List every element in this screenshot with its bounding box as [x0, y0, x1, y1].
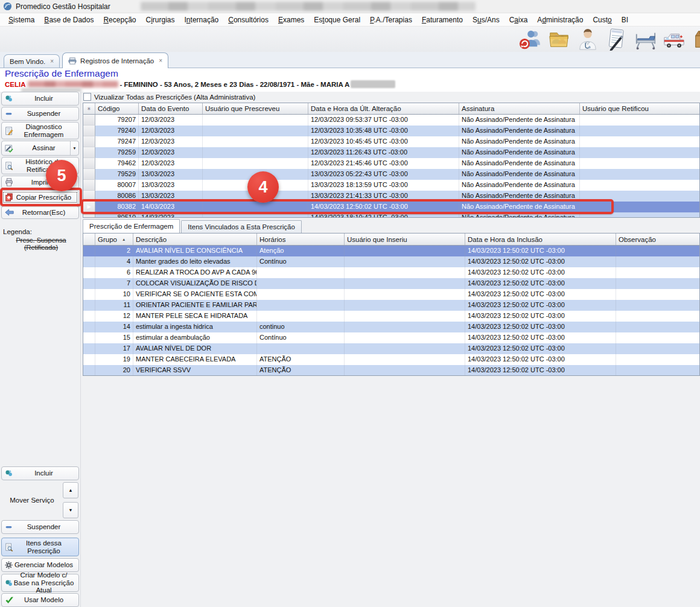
app-logo-icon [3, 2, 12, 11]
cell [257, 278, 345, 289]
table-row-20[interactable]: 20VERIFICAR SSVVATENÇÃO14/03/2023 12:50:… [83, 365, 699, 376]
column-header-usuario-que-inseriu[interactable]: Usuário que Inseriu [345, 234, 465, 245]
column-header-descricao[interactable]: Descrição [133, 234, 257, 245]
table-row-19[interactable]: 19MANTER CABECEIRA ELEVADAATENÇÃO14/03/2… [83, 354, 699, 365]
menu-item-internacao[interactable]: Internação [180, 14, 224, 26]
menu-item-sistema[interactable]: Sistema [4, 14, 39, 26]
incluir-button[interactable]: Incluir [1, 92, 79, 106]
tab-bem-vindo[interactable]: Bem Vindo.× [4, 54, 60, 68]
cell: 79207 [95, 115, 139, 126]
table-row-17[interactable]: 17AVALIAR NÍVEL DE DOR14/03/2023 12:50:0… [83, 343, 699, 354]
column-header-data-e-hora-da-inclusao[interactable]: Data e Hora da Inclusão [465, 234, 616, 245]
cell: Não Assinado/Pendente de Assinatura [459, 180, 580, 191]
table-row-2[interactable]: 2AVALIAR NÍVEL DE CONSCIÊNCIAAtenção14/0… [83, 246, 699, 256]
cell [345, 332, 465, 343]
menu-item-custo[interactable]: Custo [588, 14, 616, 26]
gerenciar-modelos-button[interactable]: Gerenciar Modelos [1, 558, 79, 572]
supplies-box-toolbar-button[interactable] [692, 28, 700, 51]
tab-registros-de-internacao[interactable]: Registros de Internação× [62, 52, 168, 68]
move-up-button[interactable]: ▲ [63, 482, 78, 498]
table-row-12[interactable]: 12MANTER PELE SECA E HIDRATADA14/03/2023… [83, 311, 699, 322]
add-icon [5, 579, 13, 587]
cell: 10 [95, 289, 133, 300]
table-row-14[interactable]: 14estimular a ingesta hidricacontinuo14/… [83, 322, 699, 332]
table-row-79207[interactable]: 7920712/03/202312/03/2023 09:53:37 UTC -… [83, 115, 699, 126]
cell: Não Assinado/Pendente de Assinatura [459, 136, 580, 147]
subtab-itens-vinculados-a-esta-prescricao[interactable]: Itens Vinculados a Esta Prescrição [181, 220, 302, 233]
cell [616, 322, 700, 332]
menu-item-bi[interactable]: BI [617, 14, 633, 26]
column-header-data-e-hora-da-ult-alteracao[interactable]: Data e Hora da Últ. Alteração [308, 103, 459, 114]
grid-header: Grupo▲DescriçãoHoráriosUsuário que Inser… [83, 234, 699, 246]
view-all-prescriptions-checkbox[interactable] [83, 93, 91, 101]
move-down-button[interactable]: ▼ [63, 502, 78, 518]
patient-details: - FEMININO - 53 Anos, 2 Meses e 23 Dias … [120, 81, 350, 88]
column-header-usuario-que-retificou[interactable]: Usuário que Retificou [580, 103, 700, 114]
row-selector [83, 289, 95, 300]
column-header-horarios[interactable]: Horários [257, 234, 345, 245]
table-row-11[interactable]: 11ORIENTAR PACIENTE E FAMILIAR PARA14/03… [83, 300, 699, 311]
cell: ATENÇÃO [257, 365, 345, 376]
itens-dessa-prescricao-button[interactable]: Itens dessa Prescrição [1, 538, 79, 556]
column-header-observacao[interactable]: Observação [616, 234, 700, 245]
dropdown-arrow-icon[interactable]: ▼ [70, 141, 78, 155]
ambulance-icon [663, 28, 686, 51]
usar-modelo-button[interactable]: Usar Modelo [1, 593, 79, 607]
table-row-79247[interactable]: 7924712/03/202312/03/2023 10:45:45 UTC -… [83, 136, 699, 147]
suspender-button[interactable]: Suspender [1, 107, 79, 121]
column-header-usuario-que-prescreveu[interactable]: Usuário que Prescreveu [203, 103, 308, 114]
column-header-data-do-evento[interactable]: Data do Evento [139, 103, 203, 114]
menu-item-administracao[interactable]: Administração [532, 14, 588, 26]
table-row-7[interactable]: 7COLOCAR VISUALIZAÇÃO DE RISCO DE14/03/2… [83, 278, 699, 289]
table-row-6[interactable]: 6REALIZAR A TROCA DO AVP A CADA 9614/03/… [83, 267, 699, 278]
sort-ascending-icon: ▲ [122, 237, 126, 241]
menu-item-caixa[interactable]: Caixa [504, 14, 533, 26]
diagnostico-enfermagem-button[interactable]: Diagnostico Enfermagem [1, 122, 79, 139]
button-label: Retornar(Esc) [11, 209, 69, 217]
menu-item-faturamento[interactable]: Faturamento [417, 14, 468, 26]
title-bar: Promedico Gestão Hospitalar [0, 0, 700, 13]
table-row-79259[interactable]: 7925912/03/202312/03/2023 11:26:43 UTC -… [83, 147, 699, 158]
menu-item-cirurgias[interactable]: Cirurgias [141, 14, 179, 26]
row-selector [83, 300, 95, 311]
cell: 15 [95, 332, 133, 343]
suspender-button[interactable]: Suspender [1, 520, 79, 534]
table-row-10[interactable]: 10VERIFICAR SE O PACIENTE ESTA COM P14/0… [83, 289, 699, 300]
add-icon [5, 95, 13, 103]
column-header-codigo[interactable]: Código [95, 103, 139, 114]
column-header-assinatura[interactable]: Assinatura [459, 103, 580, 114]
cell [345, 354, 465, 365]
users-sync-toolbar-button[interactable] [518, 28, 542, 51]
table-row-80007[interactable]: 8000713/03/202313/03/2023 18:13:59 UTC -… [83, 180, 699, 191]
menu-item-recepcao[interactable]: Recepção [98, 14, 141, 26]
cell [345, 365, 465, 376]
criar-modelo-c-base-na-prescricao-atual-button[interactable]: Criar Modelo c/ Base na Prescrição Atual [1, 574, 79, 592]
menu-item-base-de-dados[interactable]: Base de Dados [39, 14, 98, 26]
subtab-prescricao-de-enfermagem[interactable]: Prescrição de Enfermagem [83, 219, 180, 233]
ambulance-toolbar-button[interactable] [663, 28, 687, 51]
table-row-4[interactable]: 4Manter grades do leito elevadasContínuo… [83, 256, 699, 267]
button-label: Assinar [21, 144, 59, 152]
incluir-button[interactable]: Incluir [1, 466, 79, 480]
tab-close-icon[interactable]: × [159, 57, 162, 64]
table-row-79529[interactable]: 7952913/03/202313/03/2023 05:22:43 UTC -… [83, 169, 699, 180]
tab-close-icon[interactable]: × [50, 58, 54, 65]
patients-folder-toolbar-button[interactable] [547, 28, 571, 51]
menu-item-exames[interactable]: Exames [273, 14, 309, 26]
table-row-79462[interactable]: 7946212/03/202312/03/2023 21:45:46 UTC -… [83, 158, 699, 169]
table-row-15[interactable]: 15estimular a deambulaçãoContínuo14/03/2… [83, 332, 699, 343]
menu-item-estoque-geral[interactable]: Estoque Geral [309, 14, 365, 26]
hospital-bed-toolbar-button[interactable] [634, 28, 658, 51]
column-header-grupo[interactable]: Grupo▲ [95, 234, 133, 245]
table-row-79240[interactable]: 7924012/03/202312/03/2023 10:35:48 UTC -… [83, 126, 699, 136]
menu-item-sus-ans[interactable]: Sus/Ans [468, 14, 504, 26]
menu-item-consultorios[interactable]: Consultórios [223, 14, 273, 26]
doctor-toolbar-button[interactable] [576, 28, 600, 51]
assinar-button[interactable]: Assinar▼ [1, 141, 79, 156]
retornar-esc-button[interactable]: Retornar(Esc) [1, 206, 79, 219]
menu-item-p-a-terapias[interactable]: P.A./Terapias [365, 14, 417, 26]
report-icon [68, 57, 77, 65]
cell: 14/03/2023 12:50:02 UTC -03:00 [465, 289, 616, 300]
prescription-pad-toolbar-button[interactable] [605, 28, 629, 51]
cell: 14/03/2023 12:50:02 UTC -03:00 [465, 354, 616, 365]
